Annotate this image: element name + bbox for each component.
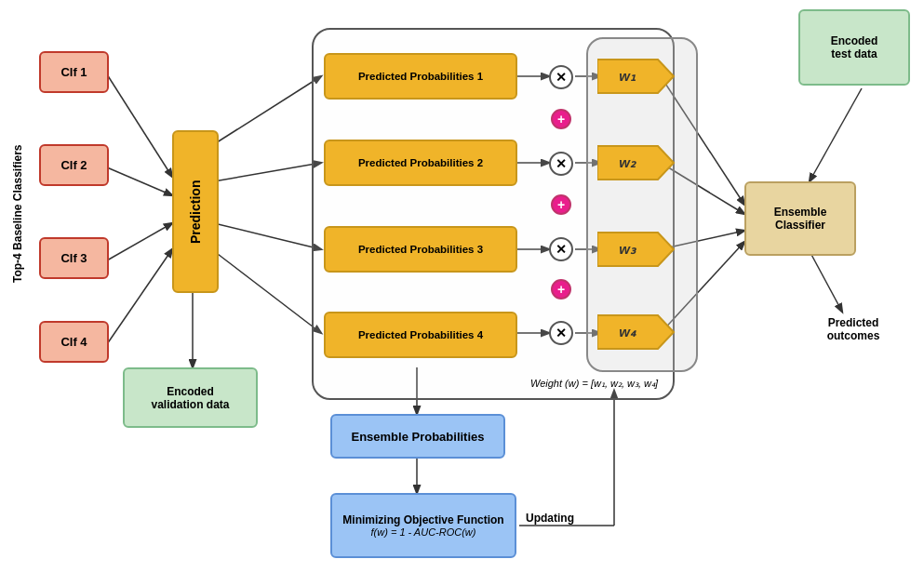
plus2: + (551, 194, 571, 215)
w2-shape: w₂ (597, 142, 676, 186)
weight-note: Weight (w) = [w₁, w₂, w₃, w₄] (530, 378, 658, 390)
w3-shape: w₃ (597, 229, 676, 273)
svg-line-6 (214, 223, 321, 249)
top4-label: Top-4 Baseline Classifiers (11, 56, 37, 372)
encoded-test-box: Encoded test data (798, 9, 910, 86)
multiply1: ✕ (549, 65, 573, 89)
svg-line-20 (810, 88, 862, 181)
prediction-box: Prediction (172, 130, 219, 293)
updating-label: Updating (526, 512, 574, 525)
ensemble-prob-box: Ensemble Probabilities (330, 414, 505, 459)
svg-text:w₂: w₂ (619, 154, 637, 170)
svg-marker-34 (597, 315, 674, 349)
prob1-box: Predicted Probabilities 1 (324, 53, 517, 100)
svg-text:w₃: w₃ (619, 241, 637, 257)
svg-marker-28 (597, 60, 674, 93)
predicted-outcomes: Predicted outcomes (807, 316, 900, 342)
svg-marker-32 (597, 233, 674, 266)
svg-line-21 (810, 251, 842, 312)
svg-line-2 (107, 223, 172, 260)
svg-line-4 (214, 76, 321, 144)
clf4-box: Clf 4 (39, 321, 109, 363)
plus1: + (551, 109, 571, 129)
diagram: Top-4 Baseline Classifiers Clf 1 Clf 2 C… (0, 0, 924, 586)
w1-shape: w₁ (597, 56, 676, 100)
svg-marker-30 (597, 146, 674, 180)
w4-shape: w₄ (597, 312, 676, 355)
minimize-label: Minimizing Objective Function (342, 513, 503, 526)
plus3: + (551, 279, 571, 300)
svg-line-1 (107, 167, 172, 195)
svg-line-3 (107, 249, 172, 344)
clf3-box: Clf 3 (39, 237, 109, 279)
svg-text:w₄: w₄ (619, 324, 636, 340)
prob4-box: Predicted Probabilities 4 (324, 312, 517, 358)
svg-text:w₁: w₁ (619, 68, 636, 84)
ensemble-classifier-box: Ensemble Classifier (744, 181, 856, 256)
clf2-box: Clf 2 (39, 144, 109, 186)
minimize-box: Minimizing Objective Function f(w) = 1 -… (330, 493, 516, 558)
prob2-box: Predicted Probabilities 2 (324, 140, 517, 186)
clf1-box: Clf 1 (39, 51, 109, 93)
multiply4: ✕ (549, 321, 573, 345)
prob3-box: Predicted Probabilities 3 (324, 226, 517, 273)
encoded-validation-box: Encoded validation data (123, 367, 258, 428)
multiply3: ✕ (549, 237, 573, 261)
svg-line-7 (214, 251, 321, 333)
minimize-formula: f(w) = 1 - AUC-ROC(w) (371, 526, 476, 538)
svg-line-5 (214, 163, 321, 181)
svg-line-0 (107, 74, 172, 177)
multiply2: ✕ (549, 152, 573, 176)
